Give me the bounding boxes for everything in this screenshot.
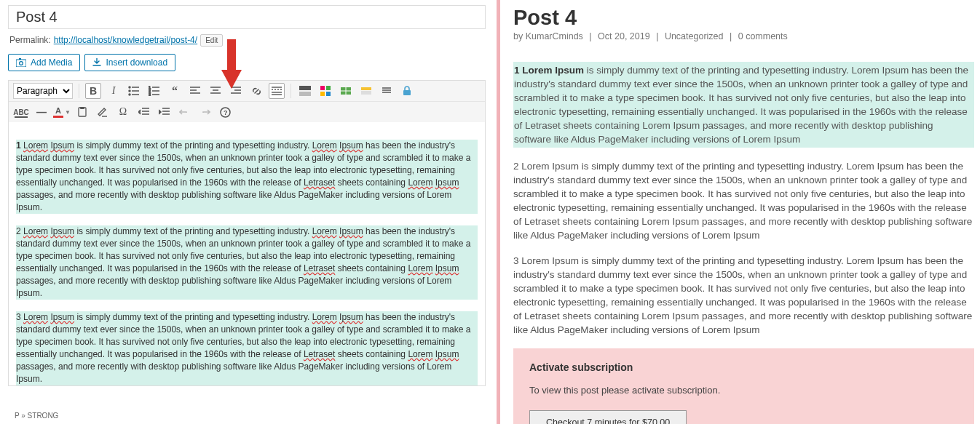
download-icon [92, 58, 101, 67]
help-icon[interactable]: ? [217, 104, 233, 120]
svg-point-5 [129, 90, 130, 92]
undo-icon[interactable] [176, 104, 192, 120]
svg-rect-38 [361, 91, 371, 95]
post-meta: by KumarCminds | Oct 20, 2019 | Uncatego… [513, 31, 974, 41]
svg-rect-33 [326, 92, 331, 96]
text-color-icon[interactable]: A ▼ [54, 104, 70, 120]
svg-rect-44 [80, 107, 84, 109]
insert-download-label: Insert download [106, 57, 167, 68]
editor-status-path: P » STRONG [15, 412, 58, 420]
read-more-icon[interactable] [269, 83, 285, 99]
permalink-edit-button[interactable]: Edit [200, 34, 223, 47]
svg-point-7 [129, 94, 130, 95]
frontend-post-title: Post 4 [513, 6, 974, 30]
blocks-icon[interactable] [317, 83, 333, 99]
italic-icon[interactable]: I [106, 83, 122, 99]
table-yellow-icon[interactable] [358, 83, 374, 99]
align-right-icon[interactable] [228, 83, 244, 99]
activate-title: Activate subscription [529, 361, 958, 373]
svg-rect-30 [320, 86, 325, 90]
add-media-button[interactable]: Add Media [8, 54, 80, 71]
insert-download-button[interactable]: Insert download [84, 54, 175, 71]
toolbar-toggle-icon[interactable] [297, 83, 313, 99]
add-media-label: Add Media [31, 57, 72, 68]
indent-icon[interactable] [156, 104, 172, 120]
svg-rect-42 [403, 90, 411, 95]
editor-paragraph: 3 Lorem Ipsum is simply dummy text of th… [16, 311, 478, 385]
outdent-icon[interactable] [135, 104, 151, 120]
meta-comments: 0 comments [738, 31, 788, 41]
frontend-paragraph: 3 Lorem Ipsum is simply dummy text of th… [513, 254, 974, 337]
frontend-paragraph: 2 Lorem Ipsum is simply dummy text of th… [513, 159, 974, 242]
unordered-list-icon[interactable] [126, 83, 142, 99]
svg-rect-28 [299, 86, 311, 90]
svg-text:?: ? [224, 109, 228, 116]
lock-icon[interactable] [399, 83, 415, 99]
blockquote-icon[interactable]: “ [167, 83, 183, 99]
checkout-button[interactable]: Checkout 7 minutes for $70.00 [529, 410, 687, 424]
camera-icon [16, 58, 26, 67]
svg-rect-0 [16, 60, 26, 67]
post-title-input[interactable] [8, 5, 486, 29]
editor-content-area[interactable]: 1 Lorem Ipsum is simply dummy text of th… [8, 122, 486, 386]
download-link-icon[interactable] [379, 83, 395, 99]
editor-paragraph: 1 Lorem Ipsum is simply dummy text of th… [16, 140, 478, 214]
activate-subscription-box: Activate subscription To view this post … [513, 348, 974, 424]
meta-author: by KumarCminds [513, 31, 583, 41]
svg-text:3: 3 [149, 92, 151, 96]
meta-category: Uncategorized [665, 31, 724, 41]
redo-icon[interactable] [197, 104, 213, 120]
permalink-row: Permalink: http://localhost/knowledgetra… [9, 33, 495, 47]
meta-date: Oct 20, 2019 [598, 31, 650, 41]
permalink-url[interactable]: http://localhost/knowledgetrail/post-4/ [54, 35, 197, 45]
permalink-label: Permalink: [9, 35, 51, 45]
bold-icon[interactable]: B [85, 83, 101, 99]
frontend-paragraph: 1 Lorem Ipsum is simply dummy text of th… [513, 62, 974, 148]
horizontal-rule-icon[interactable]: — [33, 104, 50, 120]
svg-rect-31 [326, 86, 331, 90]
clear-formatting-icon[interactable] [95, 104, 111, 120]
strikethrough-icon[interactable]: ABC [13, 104, 29, 120]
svg-rect-29 [299, 92, 311, 96]
table-green-icon[interactable] [338, 83, 354, 99]
paste-text-icon[interactable] [74, 104, 90, 120]
svg-point-3 [129, 87, 130, 88]
special-character-icon[interactable]: Ω [115, 104, 131, 120]
svg-rect-37 [361, 87, 371, 90]
ordered-list-icon[interactable]: 123 [146, 83, 162, 99]
align-left-icon[interactable] [187, 83, 203, 99]
svg-rect-2 [19, 58, 21, 60]
activate-message: To view this post please activate subscr… [529, 385, 958, 396]
svg-rect-32 [320, 92, 325, 96]
link-icon[interactable] [248, 83, 264, 99]
paragraph-format-select[interactable]: Paragraph [13, 83, 73, 99]
editor-paragraph: 2 Lorem Ipsum is simply dummy text of th… [16, 225, 478, 300]
align-center-icon[interactable] [208, 83, 224, 99]
editor-toolbar: Paragraph B I 123 “ [8, 80, 486, 122]
svg-point-1 [20, 62, 23, 65]
